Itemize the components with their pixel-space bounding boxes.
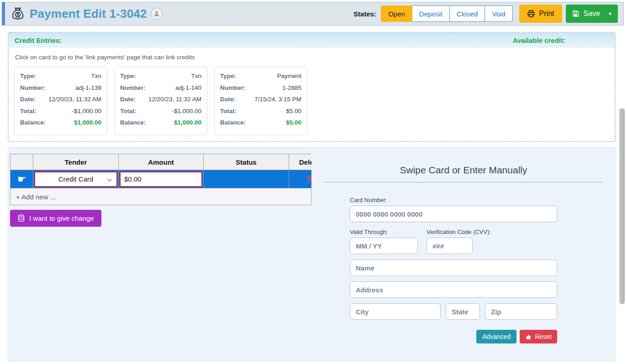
coins-icon	[17, 214, 25, 222]
give-change-label: I want to give change	[29, 214, 94, 222]
states-label: States:	[353, 10, 376, 18]
top-bar: $ Payment Edit 1-3042 States: Open Depos…	[2, 2, 624, 26]
card-field-label: Total:	[20, 108, 37, 114]
give-change-button[interactable]: I want to give change	[10, 210, 101, 227]
card-type-value: Txn	[91, 73, 101, 79]
zip-input[interactable]	[485, 303, 557, 320]
state-button-void[interactable]: Void	[485, 5, 512, 22]
status-column-header: Status	[204, 154, 289, 170]
state-input[interactable]	[446, 303, 480, 320]
delete-cell	[289, 170, 312, 188]
credit-cards-row: Type:Txn Number:adj-1-139 Date:12/20/23,…	[9, 65, 615, 137]
card-field-label: Date:	[20, 96, 36, 103]
advanced-button[interactable]: Advanced	[476, 330, 516, 343]
card-field-label: Balance:	[220, 119, 246, 126]
delete-column-header: Delete	[289, 154, 312, 170]
printer-icon	[527, 10, 535, 18]
credit-card-1[interactable]: Type:Txn Number:adj-1-140 Date:12/20/23,…	[114, 67, 207, 135]
card-field-label: Balance:	[20, 119, 46, 126]
card-total-value: -$1,000.00	[172, 108, 201, 114]
save-disk-icon	[572, 10, 580, 17]
amount-cell	[119, 170, 204, 188]
card-number-value: adj-1-140	[175, 84, 201, 91]
valid-through-label: Valid Through:	[350, 229, 418, 235]
money-bag-icon: $	[10, 5, 26, 22]
card-balance-value: $1,000.00	[74, 119, 101, 126]
card-field-label: Number:	[120, 84, 146, 91]
tender-table: Tender Amount Status Delete ☛ Credit Car…	[10, 154, 311, 188]
valid-through-input[interactable]	[350, 238, 418, 254]
tender-table-header-row: Tender Amount Status Delete	[11, 154, 312, 170]
card-field-label: Balance:	[120, 119, 146, 126]
card-number-value: adj-1-139	[75, 84, 101, 91]
tender-row: ☛ Credit Card	[11, 170, 312, 188]
tender-cell: Credit Card	[33, 170, 119, 188]
credit-card-2[interactable]: Type:Payment Number:1-2885 Date:7/15/24,…	[214, 67, 307, 135]
chevron-down-icon	[106, 177, 113, 184]
trash-icon[interactable]	[306, 174, 312, 182]
add-new-label: + Add new ...	[16, 193, 56, 201]
row-handle-column-header	[11, 154, 33, 170]
payment-main-section: Tender Amount Status Delete ☛ Credit Car…	[8, 147, 616, 361]
card-date-value: 12/20/23, 11:32 AM	[48, 96, 101, 103]
reset-button[interactable]: Reset	[520, 330, 557, 343]
available-credit-label: Available credit:	[513, 36, 565, 44]
address-input[interactable]	[350, 281, 557, 298]
card-form-title: Swipe Card or Enter Manually	[325, 165, 602, 176]
card-date-value: 12/20/23, 11:32 AM	[148, 96, 201, 103]
card-field-label: Date:	[120, 96, 136, 103]
card-field-label: Date:	[220, 96, 236, 103]
card-field-label: Total:	[120, 108, 137, 114]
hand-point-right-icon: ☛	[17, 173, 26, 185]
status-cell	[204, 170, 289, 188]
credit-entries-section: Credit Entries: Available credit: Click …	[8, 32, 616, 142]
row-pointer-cell: ☛	[11, 170, 33, 188]
card-date-value: 7/15/24, 3:15 PM	[254, 96, 301, 103]
cvv-input[interactable]	[427, 238, 473, 254]
state-button-closed[interactable]: Closed	[450, 5, 485, 22]
cvv-label: Verification Code (CVV):	[427, 229, 557, 235]
card-total-value: -$1,000.00	[72, 108, 101, 114]
add-new-tender-row[interactable]: + Add new ...	[10, 188, 311, 205]
svg-text:$: $	[16, 12, 19, 17]
page-title: Payment Edit 1-3042	[30, 7, 147, 21]
card-number-label: Card Number:	[350, 197, 557, 203]
amount-column-header: Amount	[119, 154, 204, 170]
card-balance-value: $5.00	[286, 119, 301, 126]
state-button-deposit[interactable]: Deposit	[412, 5, 450, 22]
vertical-scrollbar-thumb[interactable]	[619, 108, 625, 304]
card-balance-value: $1,000.00	[174, 119, 201, 126]
card-number-input[interactable]	[350, 206, 557, 222]
city-input[interactable]	[350, 303, 441, 320]
card-field-label: Type:	[20, 73, 36, 79]
print-button[interactable]: Print	[519, 5, 562, 23]
state-button-open[interactable]: Open	[381, 5, 412, 22]
tender-select[interactable]: Credit Card	[34, 172, 117, 187]
credit-entries-title: Credit Entries:	[15, 36, 62, 44]
amount-input[interactable]	[120, 172, 202, 187]
card-form-divider	[325, 182, 602, 182]
credit-entries-header: Credit Entries: Available credit:	[9, 33, 615, 48]
credit-card-0[interactable]: Type:Txn Number:adj-1-139 Date:12/20/23,…	[14, 67, 107, 135]
card-field-label: Number:	[20, 84, 46, 91]
user-badge-icon[interactable]	[151, 8, 163, 20]
card-entry-form: Swipe Card or Enter Manually Card Number…	[325, 165, 602, 343]
save-button[interactable]: Save ▾	[566, 5, 618, 23]
tender-select-value: Credit Card	[58, 175, 94, 183]
eraser-icon	[525, 333, 532, 340]
tender-column-header: Tender	[33, 154, 119, 170]
credit-entries-hint: Click on card to go to the 'link payment…	[9, 48, 615, 65]
card-field-label: Total:	[220, 108, 237, 114]
card-field-label: Type:	[220, 73, 236, 79]
card-type-value: Payment	[277, 73, 301, 79]
card-field-label: Type:	[120, 73, 136, 79]
card-field-label: Number:	[220, 84, 246, 91]
card-total-value: $5.00	[286, 108, 301, 114]
card-type-value: Txn	[191, 73, 201, 79]
save-dropdown-caret-icon[interactable]: ▾	[609, 10, 611, 17]
card-number-value: 1-2885	[282, 84, 301, 91]
tender-table-container: Tender Amount Status Delete ☛ Credit Car…	[10, 154, 311, 205]
state-button-group: Open Deposit Closed Void	[381, 5, 512, 22]
name-input[interactable]	[350, 260, 557, 276]
